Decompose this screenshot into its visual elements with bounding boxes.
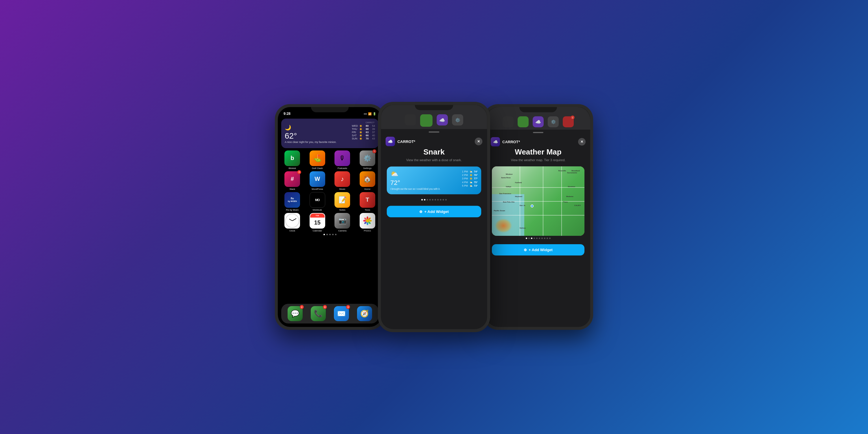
blinkist-icon[interactable]: b [284,151,300,166]
flo-label: Flo by Moen [286,209,299,211]
tesla-label: Tesla [365,209,370,211]
molekule-icon[interactable]: MO [310,192,325,208]
dot-1-3 [329,234,331,235]
app-slack[interactable]: # 2 Slack [281,171,304,190]
calendar-face: TUE 15 [310,214,324,228]
drag-handle-2 [429,131,439,132]
messages-badge: 2 [300,305,304,309]
home-icon[interactable]: 🏠 [360,171,375,187]
fcast-2pm: 2 PM ☀️ 76° [462,174,478,177]
settings-icon[interactable]: ⚙️ 1 [360,151,375,166]
app-camera[interactable]: 📷 Camera [331,213,353,232]
wdot-2-3 [427,199,428,200]
wdot-3-4 [533,238,535,239]
blinkist-label: Blinkist [289,167,296,169]
snark-temp: 72° [390,179,460,187]
flo-icon[interactable]: floby MOEN [284,192,300,208]
app-podcasts[interactable]: 🎙 Podcasts [331,151,353,169]
fcast-4pm: 4 PM ⛅ 75° [462,181,478,184]
app-settings[interactable]: ⚙️ 1 Settings [356,151,379,169]
app-grid-row3: floby MOEN Flo by Moen MO Molekule 📝 Not… [278,192,382,211]
music-icon[interactable]: ♪ [335,171,350,187]
slack-icon[interactable]: # 2 [284,171,300,187]
podcasts-icon[interactable]: 🎙 [335,151,350,166]
status-time-1: 9:28 [283,112,290,116]
wdot-3-1 [526,238,527,239]
wdot-2-4 [429,199,431,200]
photos-label: Photos [364,229,371,232]
add-widget-btn-2[interactable]: ⊕ + Add Widget [387,206,481,218]
app-home[interactable]: 🏠 Home [356,171,379,190]
molekule-label: Molekule [313,209,322,211]
forecast-fri: FRI ☀️ 63 37 [352,131,375,134]
dock-safari[interactable]: 🧭 [357,306,372,321]
settings-label: Settings [363,167,372,169]
add-widget-label-3: + Add Widget [529,248,553,252]
fcast-5pm: 5 PM ⛅ 73° [462,184,478,187]
dock-phone[interactable]: 📞 8 [311,306,326,321]
blue-card-left: ⛅ 72° I brought out the sun so I could b… [390,170,460,191]
app-photos[interactable]: Photos [356,213,379,232]
widget-top-bar-3: ☁️ CARROTˢ ✕ [486,135,590,148]
weather-map[interactable]: Woodland Roseville Windsor Santa Rosa Sa… [492,166,585,236]
clock-icon[interactable] [284,213,300,228]
dot-1-5 [335,234,337,235]
preview-icon-4: ⚙️ [452,114,463,126]
add-widget-label-2: + Add Widget [424,210,448,214]
calendar-label: Calendar [313,229,322,232]
app-blinkist[interactable]: b Blinkist [281,151,304,169]
widget-app-name-3: CARROTˢ [502,140,578,144]
app-tesla[interactable]: T Tesla [356,192,379,211]
phone-1-notch [311,104,349,112]
widget-close-btn-2[interactable]: ✕ [475,138,483,146]
forecast-sat: SAT ☀️ 66 40 [352,134,375,137]
golf-clash-icon[interactable]: ⛳ [310,151,325,166]
preview-icon-1 [405,114,416,126]
add-widget-btn-3[interactable]: ⊕ + Add Widget [492,244,585,255]
app-notes[interactable]: 📝 Notes [331,192,353,211]
wdot-3-3 [531,238,532,239]
photos-icon[interactable] [360,213,375,228]
app-calendar[interactable]: TUE 15 Calendar [306,213,329,232]
wordpress-icon[interactable]: W [310,171,325,187]
weather-widget[interactable]: CARROTˢ 🌙 62° A nice clear night for you… [281,119,378,148]
widget-close-btn-3[interactable]: ✕ [578,138,586,146]
tesla-icon[interactable]: T [360,192,375,208]
camera-label: Camera [338,229,346,232]
p3-icon-2 [518,116,529,127]
wdot-3-8 [544,238,546,239]
app-music[interactable]: ♪ Music [331,171,353,190]
weather-temp: 62° [285,131,352,141]
drag-handle-3 [533,132,544,133]
app-grid-row1: b Blinkist ⛳ Golf Clash 🎙 Podcasts [278,151,382,169]
wordpress-label: WordPress [312,188,323,190]
app-molekule[interactable]: MO Molekule [306,192,329,211]
app-flo[interactable]: floby MOEN Flo by Moen [281,192,304,211]
wdot-2-2 [424,199,425,200]
settings-badge: 1 [372,149,376,153]
widget-top-bar-2: ☁️ CARROTˢ ✕ [381,135,487,147]
wdot-3-9 [547,238,548,239]
notes-icon[interactable]: 📝 [335,192,350,208]
app-golf-clash[interactable]: ⛳ Golf Clash [306,151,329,169]
svg-point-7 [363,220,366,222]
photos-svg [362,216,373,226]
phone-2-notch [415,102,454,110]
app-clock[interactable]: Clock [281,213,304,232]
phone-2-screen: ☁️ ⚙️ ☁️ CARROTˢ ✕ Snark View the weathe… [381,105,487,329]
notes-label: Notes [339,209,345,211]
widget-app-icon-3: ☁️ [491,137,500,146]
dock-mail[interactable]: ✉️ 3 [334,306,349,321]
dock-messages[interactable]: 💬 2 [288,306,303,321]
widget-content-2: Snark View the weather with a dose of sn… [381,147,487,197]
calendar-icon[interactable]: TUE 15 [310,213,325,228]
snark-weather-card: ⛅ 72° I brought out the sun so I could b… [387,167,481,194]
music-label: Music [339,188,345,190]
camera-icon[interactable]: 📷 [335,213,350,228]
preview-icon-2 [420,114,433,127]
wdot-3-2 [528,238,530,239]
widget-app-icon-2: ☁️ [386,137,395,146]
app-wordpress[interactable]: W WordPress [306,171,329,190]
moon-icon: 🌙 [285,124,352,131]
widget-dots-3 [486,236,590,241]
